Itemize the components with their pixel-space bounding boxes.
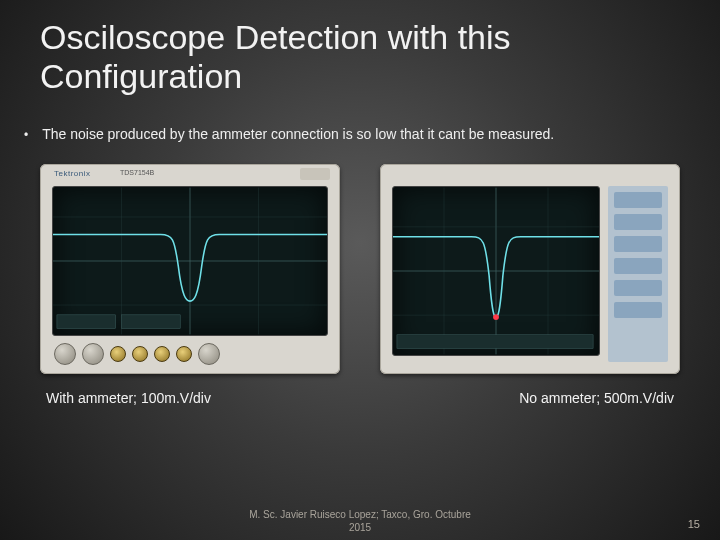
caption-right: No ammeter; 500m.V/div bbox=[519, 390, 674, 406]
svg-rect-7 bbox=[122, 315, 181, 329]
scope-model-label: TDS7154B bbox=[120, 169, 154, 176]
bnc-port-icon bbox=[110, 346, 126, 362]
footer-line1: M. Sc. Javier Ruiseco Lopez; Taxco, Gro.… bbox=[249, 509, 471, 520]
svg-rect-6 bbox=[57, 315, 116, 329]
slide-title: Osciloscope Detection with this Configur… bbox=[0, 0, 720, 96]
panel-button bbox=[614, 302, 662, 318]
bnc-port-icon bbox=[154, 346, 170, 362]
scope-screen bbox=[392, 186, 600, 356]
knob-icon bbox=[198, 343, 220, 365]
bullet-item: • The noise produced by the ammeter conn… bbox=[0, 96, 720, 144]
footer-credit: M. Sc. Javier Ruiseco Lopez; Taxco, Gro.… bbox=[0, 508, 720, 534]
svg-rect-15 bbox=[397, 335, 593, 349]
bnc-port-icon bbox=[176, 346, 192, 362]
page-number: 15 bbox=[688, 518, 700, 530]
caption-row: With ammeter; 100m.V/div No ammeter; 500… bbox=[0, 374, 720, 406]
image-row: Tektronix TDS7154B bbox=[0, 144, 720, 374]
svg-point-14 bbox=[493, 314, 499, 320]
bnc-port-icon bbox=[132, 346, 148, 362]
panel-button bbox=[614, 258, 662, 274]
oscilloscope-photo-with-ammeter: Tektronix TDS7154B bbox=[40, 164, 340, 374]
oscilloscope-photo-no-ammeter bbox=[380, 164, 680, 374]
panel-button bbox=[614, 192, 662, 208]
panel-button bbox=[614, 236, 662, 252]
caption-left: With ammeter; 100m.V/div bbox=[46, 390, 211, 406]
scope-screen bbox=[52, 186, 328, 336]
scope-top-buttons bbox=[300, 168, 330, 180]
scope-side-panel bbox=[608, 186, 668, 362]
panel-button bbox=[614, 214, 662, 230]
scope-brand-label: Tektronix bbox=[54, 169, 91, 178]
knob-icon bbox=[54, 343, 76, 365]
knob-icon bbox=[82, 343, 104, 365]
scope-controls bbox=[54, 340, 326, 368]
bullet-text: The noise produced by the ammeter connec… bbox=[42, 126, 554, 142]
footer-line2: 2015 bbox=[349, 522, 371, 533]
panel-button bbox=[614, 280, 662, 296]
bullet-dot-icon: • bbox=[24, 126, 28, 144]
